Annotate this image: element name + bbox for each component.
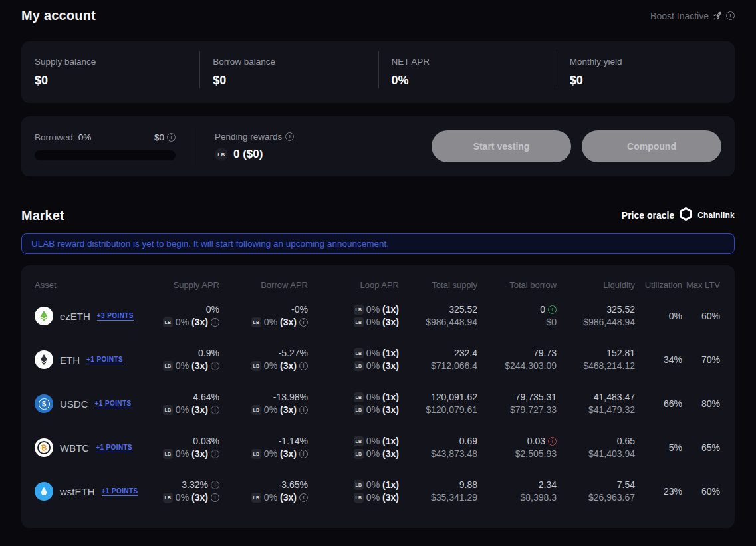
col-supply-apr: Supply APR (153, 280, 219, 290)
boosted-apr-info-icon[interactable] (211, 406, 219, 414)
borrowed-percent: 0% (78, 132, 92, 142)
reward-token-icon: LB (251, 361, 261, 371)
table-row[interactable]: wstETH +1 POINTS 3.32% LB0%(3x) -3.65% L… (35, 470, 721, 513)
points-link[interactable]: +1 POINTS (86, 356, 123, 364)
market-header: Market Price oracle Chainlink (21, 207, 735, 224)
reward-token-icon: LB (251, 449, 261, 459)
max-ltv-cell: 80% (682, 398, 720, 410)
reward-token-icon: LB (251, 405, 261, 415)
pending-rewards-info-icon[interactable] (285, 132, 294, 141)
liquidity-cell: 0.65 $41,403.94 (557, 435, 635, 460)
reward-token-icon: LB (354, 449, 364, 459)
reward-token-icon: LB (354, 317, 364, 327)
boosted-apr-info-icon[interactable] (299, 493, 308, 502)
compound-button[interactable]: Compound (582, 130, 721, 162)
reward-token-icon: LB (354, 405, 364, 415)
borrow-cap-info-icon[interactable] (548, 437, 557, 446)
reward-token-icon: LB (163, 449, 173, 459)
wbtc-icon: ₿ (35, 438, 53, 457)
loop-apr-cell: LB0%(1x) LB0%(3x) (308, 347, 399, 372)
table-row[interactable]: $ USDC +1 POINTS 4.64% LB0%(3x) -13.98% … (35, 382, 721, 426)
reward-token-icon: LB (354, 348, 364, 358)
supply-apr-cell: 0.03% LB0%(3x) (153, 435, 219, 460)
pending-rewards-block: Pending rewards LB 0 ($0) (215, 132, 294, 161)
col-utilization: Utilization (635, 280, 682, 290)
liquidity-cell: 41,483.47 $41,479.32 (557, 391, 635, 416)
max-ltv-cell: 60% (682, 485, 720, 498)
total-supply-cell: 9.88 $35,341.29 (399, 479, 477, 504)
announcement-text: ULAB reward distribution is yet to begin… (31, 239, 389, 249)
borrow-apr-cell: -5.27% LB0%(3x) (219, 347, 308, 372)
col-total-borrow: Total borrow (477, 280, 557, 290)
asset-name: USDC (60, 398, 88, 410)
total-supply-cell: 120,091.62 $120,079.61 (399, 391, 477, 416)
table-header-row: Asset Supply APR Borrow APR Loop APR Tot… (35, 277, 721, 294)
wsteth-icon (35, 482, 53, 501)
boosted-apr-info-icon[interactable] (299, 406, 308, 414)
borrow-cap-info-icon[interactable] (548, 305, 557, 314)
col-max-ltv: Max LTV (682, 280, 720, 290)
topbar: My account Boost Inactive (21, 0, 735, 23)
boosted-apr-info-icon[interactable] (299, 362, 308, 370)
boost-info-icon[interactable] (726, 11, 735, 20)
boosted-apr-info-icon[interactable] (211, 493, 219, 502)
total-borrow-cell: 79.73 $244,303.09 (477, 347, 557, 372)
market-table: Asset Supply APR Borrow APR Loop APR Tot… (21, 265, 735, 528)
asset-cell: ETH +1 POINTS (35, 350, 153, 369)
reward-token-icon: LB (354, 493, 364, 503)
reward-token-icon: LB (163, 493, 173, 503)
table-row[interactable]: ezETH +3 POINTS 0% LB0%(3x) -0% LB0%(3x)… (35, 294, 721, 338)
pending-rewards-label: Pending rewards (215, 132, 282, 142)
borrow-apr-cell: -3.65% LB0%(3x) (219, 479, 308, 504)
loop-apr-cell: LB0%(1x) LB0%(3x) (308, 479, 399, 504)
points-link[interactable]: +1 POINTS (96, 444, 132, 452)
chainlink-icon (679, 207, 693, 224)
table-body: ezETH +3 POINTS 0% LB0%(3x) -0% LB0%(3x)… (35, 294, 721, 513)
market-title: Market (21, 208, 64, 223)
loop-apr-cell: LB0%(1x) LB0%(3x) (308, 303, 399, 329)
table-row[interactable]: ₿ WBTC +1 POINTS 0.03% LB0%(3x) -1.14% L… (35, 426, 721, 470)
reward-token-icon: LB (163, 405, 173, 415)
start-vesting-button[interactable]: Start vesting (432, 130, 571, 162)
rocket-icon (712, 11, 723, 21)
table-row[interactable]: ETH +1 POINTS 0.9% LB0%(3x) -5.27% LB0%(… (35, 338, 721, 382)
borrowed-info-icon[interactable] (167, 133, 176, 142)
ezeth-icon (35, 307, 53, 325)
boosted-apr-info-icon[interactable] (211, 318, 219, 327)
boosted-apr-info-icon[interactable] (299, 318, 308, 327)
borrow-rewards-card: Borrowed 0% $0 Pending rewards LB 0 ($0)… (21, 116, 735, 176)
total-borrow-cell: 0 $0 (477, 303, 557, 329)
asset-name: ezETH (60, 311, 90, 322)
divider (195, 128, 195, 165)
asset-cell: wstETH +1 POINTS (35, 482, 153, 501)
points-link[interactable]: +3 POINTS (97, 312, 134, 321)
price-oracle-label: Price oracle (622, 210, 674, 221)
total-supply-cell: 232.4 $712,066.4 (399, 347, 477, 372)
page: My account Boost Inactive Supply balance… (0, 0, 756, 528)
col-total-supply: Total supply (399, 280, 477, 290)
supply-apr-info-icon[interactable] (211, 481, 219, 489)
boosted-apr-info-icon[interactable] (211, 362, 219, 370)
points-link[interactable]: +1 POINTS (95, 400, 132, 408)
col-liquidity: Liquidity (557, 280, 635, 290)
stat-label: Supply balance (35, 57, 199, 67)
total-borrow-cell: 2.34 $8,398.3 (477, 479, 557, 504)
stat-label: Borrow balance (213, 57, 378, 67)
reward-token-icon: LB (163, 361, 173, 371)
boosted-apr-info-icon[interactable] (211, 450, 219, 458)
points-link[interactable]: +1 POINTS (102, 487, 138, 496)
reward-token-icon: LB (215, 148, 228, 161)
total-borrow-cell: 0.03 $2,505.93 (477, 435, 557, 460)
max-ltv-cell: 65% (682, 442, 720, 454)
borrowed-amount: $0 (154, 132, 164, 142)
loop-apr-cell: LB0%(1x) LB0%(3x) (308, 391, 399, 416)
asset-cell: $ USDC +1 POINTS (35, 394, 153, 413)
boost-status[interactable]: Boost Inactive (650, 11, 735, 21)
utilization-cell: 23% (635, 485, 682, 498)
boosted-apr-info-icon[interactable] (299, 450, 308, 458)
borrowed-label: Borrowed (35, 132, 73, 142)
liquidity-cell: 325.52 $986,448.94 (557, 303, 635, 329)
supply-apr-cell: 0.9% LB0%(3x) (153, 347, 219, 372)
chainlink-label: Chainlink (697, 211, 735, 220)
eth-icon (35, 350, 53, 369)
